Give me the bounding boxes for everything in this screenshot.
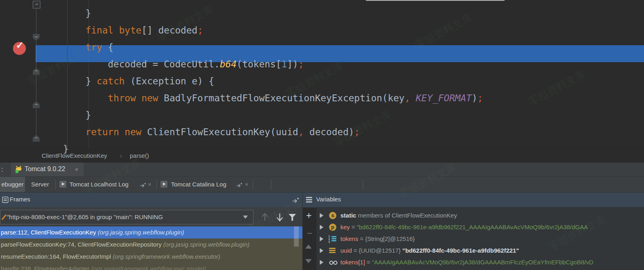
frame-package: (org.springframework.webflow.mvc.servlet… — [91, 265, 206, 270]
frame-location: parse:112, ClientFlowExecutionKey — [1, 229, 98, 236]
frame-location: resumeExecution:164, FlowExecutorImpl — [1, 253, 113, 260]
code-line[interactable]: } — [63, 140, 483, 157]
checkmark-glyph: ✓ — [16, 40, 24, 51]
verified-breakpoint-icon[interactable]: ✓ — [13, 42, 26, 55]
code-editor[interactable]: − − − − − ✓ } final byte[] decoded; try … — [0, 0, 644, 149]
fold-marker-icon[interactable]: − — [33, 135, 40, 142]
variable-text: static members of ClientFlowExecutionKey — [340, 210, 457, 221]
variable-row[interactable]: 123tokens = {String[2]@12516} — [317, 233, 644, 245]
thread-dropdown-value: "http-nio-8080-exec-1"@2,605 in group "m… — [7, 213, 238, 220]
debug-tool-tabs: ebugger Server Tomcat Localhost Log × To… — [0, 176, 644, 193]
remove-watch-button[interactable]: − — [307, 228, 312, 238]
debug-label-clipped: : — [1, 166, 3, 173]
divider — [253, 180, 253, 190]
expand-arrow-icon[interactable] — [320, 225, 323, 230]
variables-panel: sstatic members of ClientFlowExecutionKe… — [317, 207, 644, 270]
frames-panel-title: Frames — [10, 196, 30, 203]
close-icon[interactable]: × — [75, 166, 78, 173]
fold-marker-icon[interactable]: − — [33, 1, 40, 8]
running-thread-icon — [2, 214, 7, 220]
variable-text: tokens[1] = "AAAAIgAAABAvAcVMoQ9b/6vr2jA… — [340, 257, 593, 268]
code-line[interactable]: return new ClientFlowExecutionKey(uuid, … — [63, 123, 483, 140]
frame-row[interactable]: parseFlowExecutionKey:74, ClientFlowExec… — [0, 239, 302, 251]
divider — [302, 192, 303, 270]
code-line[interactable]: throw new BadlyFormattedFlowExecutionKey… — [63, 90, 483, 107]
console-icon — [59, 181, 66, 188]
divider — [271, 180, 271, 190]
variable-row[interactable]: tokens[1] = "AAAAIgAAABAvAcVMoQ9b/6vr2jA… — [317, 257, 644, 268]
filter-icon[interactable] — [288, 213, 297, 222]
close-icon[interactable]: × — [148, 177, 151, 193]
code-line[interactable]: try { — [63, 39, 483, 56]
frames-panel-icon — [2, 197, 8, 203]
variable-text: tokens = {String[2]@12516} — [340, 233, 415, 245]
frame-package: (org.springframework.webflow.executor) — [113, 253, 220, 260]
code-line[interactable]: final byte[] decoded; — [63, 22, 483, 39]
thread-dropdown[interactable]: "http-nio-8080-exec-1"@2,605 in group "m… — [0, 210, 253, 224]
expand-arrow-icon[interactable] — [320, 237, 323, 241]
clipped-line-remnant — [366, 0, 505, 1]
expand-arrow-icon[interactable] — [320, 213, 323, 218]
debug-session-bar: : Tomcat 9.0.22 × — [0, 162, 644, 177]
indent-guide — [89, 0, 89, 149]
static-members-icon: s — [329, 212, 336, 219]
tab-debugger[interactable]: ebugger — [0, 177, 25, 193]
scroll-to-end-icon[interactable] — [140, 182, 146, 188]
scrollbar-thumb[interactable] — [294, 226, 299, 247]
next-frame-icon[interactable] — [275, 212, 284, 222]
expand-arrow-icon[interactable] — [320, 248, 323, 253]
frame-package: (org.jasig.spring.webflow.plugin) — [163, 241, 249, 248]
variable-text: uuid = {UUID@12517} "bd622ff0-84fc-49bc-… — [340, 245, 519, 256]
tab-tomcat-localhost-log[interactable]: Tomcat Localhost Log — [70, 177, 129, 193]
frame-location: parseFlowExecutionKey:74, ClientFlowExec… — [1, 241, 163, 248]
frame-location: handle:238, FlowHandlerAdapter — [1, 265, 91, 270]
frame-row[interactable]: resumeExecution:164, FlowExecutorImpl (o… — [0, 251, 302, 263]
move-watch-down-button[interactable] — [305, 259, 312, 263]
fold-marker-icon[interactable]: − — [33, 34, 40, 41]
frame-package: (org.jasig.spring.webflow.plugin) — [98, 229, 184, 236]
variables-panel-title: Variables — [316, 196, 341, 203]
variable-row[interactable]: sstatic members of ClientFlowExecutionKe… — [317, 210, 644, 221]
variables-menu-icon[interactable] — [306, 197, 313, 203]
code-line[interactable]: decoded = CodecUtil.b64(tokens[1]); — [63, 56, 483, 73]
variable-row[interactable]: pkey = "bd622ff0-84fc-49bc-961e-a9fdb962… — [317, 222, 644, 233]
scroll-to-end-icon[interactable] — [236, 182, 243, 188]
tab-tomcat-session[interactable]: Tomcat 9.0.22 × — [11, 163, 84, 177]
tomcat-icon — [14, 165, 23, 174]
panel-headers-bar: Frames Variables — [0, 192, 644, 207]
close-icon[interactable]: × — [245, 177, 248, 193]
divider — [156, 180, 157, 190]
frames-panel: "http-nio-8080-exec-1"@2,605 in group "m… — [0, 207, 302, 270]
tab-server[interactable]: Server — [31, 177, 49, 193]
variable-row[interactable]: uuid = {UUID@12517} "bd622ff0-84fc-49bc-… — [317, 245, 644, 256]
expand-arrow-icon[interactable] — [320, 260, 323, 265]
code-text[interactable]: } final byte[] decoded; try { decoded = … — [63, 5, 483, 157]
divider — [55, 180, 56, 190]
ide-debug-window: − − − − − ✓ } final byte[] decoded; try … — [0, 0, 644, 270]
array-icon: 123 — [329, 235, 336, 243]
tab-tomcat-catalina-log[interactable]: Tomcat Catalina Log — [171, 177, 226, 193]
divider — [317, 207, 317, 270]
previous-frame-icon[interactable] — [260, 212, 269, 222]
tab-label: Tomcat 9.0.22 — [25, 165, 65, 173]
dock-pin-icon[interactable] — [292, 197, 299, 203]
console-icon — [160, 181, 167, 188]
code-line[interactable]: } catch (Exception e) { — [63, 73, 483, 90]
frame-row[interactable]: handle:238, FlowHandlerAdapter (org.spri… — [0, 263, 302, 270]
gutter-border — [67, 0, 68, 149]
add-watch-button[interactable]: + — [306, 211, 312, 220]
parameter-icon: p — [329, 224, 336, 231]
fold-marker-icon[interactable]: − — [33, 101, 40, 108]
field-icon — [329, 247, 336, 254]
variable-text: key = "bd622ff0-84fc-49bc-961e-a9fdb962f… — [340, 222, 588, 233]
frame-row[interactable]: parse:112, ClientFlowExecutionKey (org.j… — [0, 226, 302, 239]
chevron-down-icon — [243, 216, 248, 219]
move-watch-up-button[interactable] — [305, 245, 312, 249]
divider — [363, 180, 363, 190]
code-line[interactable]: } — [63, 5, 483, 22]
fold-marker-icon[interactable]: − — [33, 68, 40, 75]
code-line[interactable]: } — [63, 107, 483, 123]
watch-icon — [329, 259, 336, 266]
